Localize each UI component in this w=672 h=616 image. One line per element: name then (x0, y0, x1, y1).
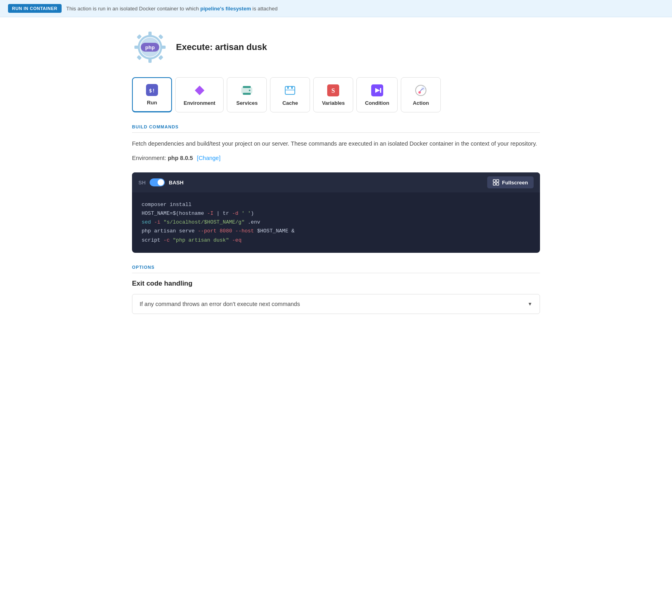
code-editor: SH BASH Fullscreen composer install HOST… (132, 172, 540, 252)
exit-code-dropdown[interactable]: If any command throws an error don't exe… (132, 294, 540, 314)
editor-toolbar: SH BASH Fullscreen (132, 172, 540, 192)
tab-action[interactable]: Action (401, 77, 441, 112)
page-header: php Execute: artisan dusk (132, 29, 540, 65)
banner-text: This action is run in an isolated Docker… (66, 6, 278, 12)
exit-code-dropdown-value: If any command throws an error don't exe… (140, 301, 300, 307)
svg-rect-1 (148, 32, 152, 36)
tab-variables[interactable]: S Variables (313, 77, 353, 112)
code-body[interactable]: composer install HOST_NAME=$(hostname -I… (132, 192, 540, 252)
svg-rect-27 (380, 88, 381, 93)
tab-condition[interactable]: Condition (356, 77, 398, 112)
build-commands-title: BUILD COMMANDS (132, 124, 540, 133)
exit-code-title: Exit code handling (132, 280, 540, 288)
tab-action-label: Action (413, 100, 429, 106)
terminal-icon: $! (146, 84, 158, 96)
editor-toolbar-left: SH BASH (138, 178, 184, 186)
svg-point-30 (418, 91, 421, 94)
svg-marker-14 (195, 86, 204, 95)
sh-bash-toggle[interactable] (150, 178, 165, 186)
svg-rect-3 (134, 46, 138, 49)
tab-condition-label: Condition (365, 100, 389, 106)
svg-rect-31 (493, 180, 496, 182)
svg-text:php: php (145, 44, 155, 50)
run-in-container-badge: RUN IN CONTAINER (8, 4, 62, 13)
tabs-container: $! Run Environment (132, 77, 540, 112)
svg-text:$!: $! (149, 88, 155, 94)
tab-cache-label: Cache (282, 100, 298, 106)
sh-label: SH (138, 180, 146, 186)
services-icon (240, 84, 253, 97)
svg-rect-6 (158, 34, 164, 40)
fullscreen-label: Fullscreen (502, 180, 528, 186)
options-title: OPTIONS (132, 265, 540, 273)
svg-rect-21 (291, 86, 293, 89)
tab-services-label: Services (236, 100, 258, 106)
cache-icon (284, 84, 296, 97)
diamond-icon (193, 84, 206, 97)
php-icon: php (132, 29, 168, 65)
tab-services[interactable]: Services (227, 77, 267, 112)
condition-icon (371, 84, 384, 97)
svg-rect-32 (496, 180, 499, 182)
top-banner: RUN IN CONTAINER This action is run in a… (0, 0, 672, 17)
change-environment-link[interactable]: [Change] (197, 155, 220, 161)
tab-environment[interactable]: Environment (175, 77, 224, 112)
tab-environment-label: Environment (184, 100, 215, 106)
svg-rect-20 (287, 86, 289, 89)
fullscreen-button[interactable]: Fullscreen (487, 176, 534, 188)
svg-rect-7 (137, 55, 142, 60)
svg-point-18 (249, 90, 250, 91)
svg-rect-16 (243, 86, 251, 88)
dropdown-arrow-icon: ▼ (528, 301, 532, 307)
tab-variables-label: Variables (322, 100, 345, 106)
bash-label: BASH (169, 180, 184, 186)
build-commands-description: Fetch dependencies and build/test your p… (132, 139, 540, 148)
fullscreen-icon (493, 179, 499, 186)
environment-value: php 8.0.5 (168, 155, 193, 161)
svg-rect-8 (158, 55, 164, 60)
svg-rect-4 (162, 46, 166, 49)
tab-cache[interactable]: Cache (270, 77, 310, 112)
build-commands-section: BUILD COMMANDS Fetch dependencies and bu… (132, 124, 540, 161)
page-title: Execute: artisan dusk (176, 42, 267, 52)
svg-rect-2 (148, 59, 152, 63)
svg-text:S: S (332, 87, 335, 94)
svg-rect-17 (243, 93, 251, 95)
svg-rect-15 (242, 88, 252, 93)
svg-rect-33 (493, 183, 496, 185)
environment-line: Environment: php 8.0.5 [Change] (132, 155, 540, 161)
tab-run[interactable]: $! Run (132, 77, 172, 112)
tab-run-label: Run (147, 100, 157, 106)
options-section: OPTIONS Exit code handling If any comman… (132, 265, 540, 314)
svg-rect-5 (137, 34, 142, 40)
filesystem-link[interactable]: pipeline's filesystem (200, 6, 251, 12)
svg-rect-34 (496, 183, 499, 185)
variables-icon: S (327, 84, 340, 97)
action-icon (414, 84, 427, 97)
svg-rect-19 (285, 86, 295, 94)
